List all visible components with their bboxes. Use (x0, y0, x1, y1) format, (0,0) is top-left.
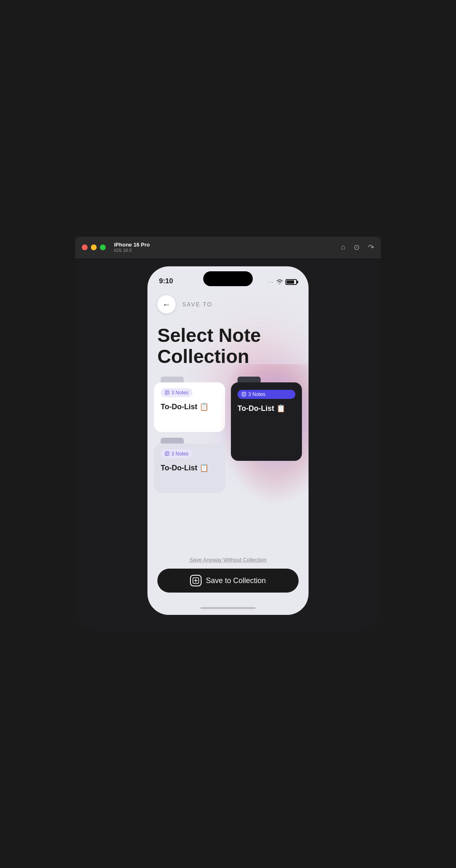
collections-area: 3 Notes To-Do-List 📋 (154, 377, 302, 550)
notes-badge-3: 3 Notes (161, 449, 192, 458)
traffic-lights (82, 244, 106, 250)
device-title: iPhone 16 Pro (114, 242, 150, 248)
dynamic-island (203, 271, 253, 286)
collection-card-1[interactable]: 3 Notes To-Do-List 📋 (154, 377, 225, 432)
titlebar: iPhone 16 Pro iOS 18.0 ⌂ ⊙ ↷ (75, 237, 381, 258)
bottom-section: Save Anyway Without Collection Save to C… (157, 550, 299, 593)
home-indicator (147, 601, 309, 615)
status-bar: 9:10 ··· (147, 266, 309, 289)
phone-frame: 9:10 ··· (75, 258, 381, 631)
folder-name-2: To-Do-List 📋 (238, 404, 295, 413)
save-button-icon (190, 575, 202, 586)
device-os: iOS 18.0 (114, 248, 150, 253)
notes-count-1: 3 Notes (171, 390, 188, 396)
back-arrow-icon: ← (162, 300, 171, 309)
titlebar-icons: ⌂ ⊙ ↷ (341, 243, 374, 252)
header-subtitle: SAVE TO (182, 301, 212, 308)
wifi-icon (276, 279, 283, 285)
collection-card-2-dark[interactable]: 3 Notes To-Do-List 📋 (231, 377, 302, 493)
notes-icon-2 (242, 392, 246, 397)
page-title: Select Note Collection (157, 325, 299, 367)
battery-icon (285, 279, 297, 285)
notes-icon-1 (165, 390, 169, 396)
minimize-button[interactable] (91, 244, 97, 250)
signal-dots: ··· (268, 280, 274, 285)
home-bar (200, 607, 256, 609)
maximize-button[interactable] (100, 244, 106, 250)
screenshot-icon[interactable]: ⊙ (354, 243, 360, 252)
back-button[interactable]: ← (157, 295, 176, 313)
simulator-wrapper: iPhone 16 Pro iOS 18.0 ⌂ ⊙ ↷ 9:10 ··· (75, 237, 381, 631)
notes-badge-2: 3 Notes (238, 390, 295, 399)
status-right: ··· (268, 279, 297, 285)
save-to-collection-button[interactable]: Save to Collection (157, 569, 299, 593)
collections-grid: 3 Notes To-Do-List 📋 (154, 377, 302, 493)
notes-icon-3 (165, 451, 169, 457)
notes-badge-1: 3 Notes (161, 388, 192, 397)
notes-count-3: 3 Notes (171, 451, 188, 457)
close-button[interactable] (82, 244, 88, 250)
collection-card-3[interactable]: 3 Notes To-Do-List 📋 (154, 438, 225, 493)
folder-name-3: To-Do-List 📋 (161, 463, 218, 472)
save-anyway-link[interactable]: Save Anyway Without Collection (157, 557, 299, 563)
rotate-icon[interactable]: ↷ (368, 243, 374, 252)
page-content: ← SAVE TO Select Note Collection (147, 289, 309, 601)
titlebar-info: iPhone 16 Pro iOS 18.0 (114, 242, 150, 253)
home-icon[interactable]: ⌂ (341, 243, 345, 251)
folder-name-1: To-Do-List 📋 (161, 402, 218, 411)
phone-body: 9:10 ··· (147, 266, 309, 615)
save-button-label: Save to Collection (206, 576, 266, 585)
page-header: ← SAVE TO (157, 295, 299, 313)
status-time: 9:10 (159, 277, 173, 285)
notes-count-2: 3 Notes (248, 391, 265, 397)
